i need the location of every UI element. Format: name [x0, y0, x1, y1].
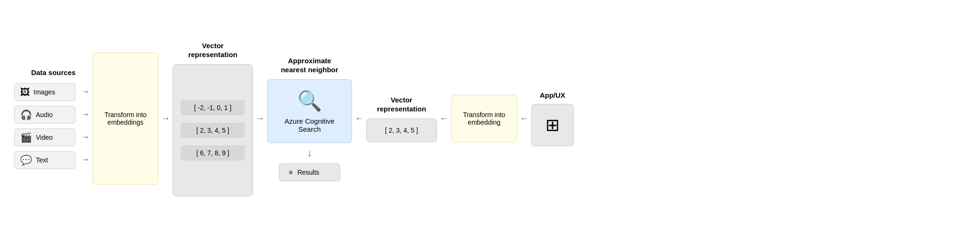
transform-embeddings-label: Transform intoembeddings: [104, 111, 147, 126]
images-icon: 🖼: [20, 87, 30, 97]
azure-label: Azure CognitiveSearch: [285, 117, 335, 133]
appux-section: App/UX ⊞: [531, 91, 574, 146]
source-row-text: 💬 Text →: [14, 151, 92, 169]
source-item-audio: 🎧 Audio: [14, 106, 75, 124]
vector-rep-left-header: Vectorrepresentation: [188, 41, 237, 59]
arrow-video: →: [78, 132, 92, 142]
source-row-audio: 🎧 Audio →: [14, 106, 92, 124]
source-label-video: Video: [36, 134, 53, 141]
arrow-images: →: [78, 87, 92, 97]
vector-row-1: [ 2, 3, 4, 5 ]: [181, 123, 245, 138]
vector-row-0: [ -2, -1, 0, 1 ]: [181, 100, 245, 115]
transform-embedding-right-box: Transform intoembedding: [451, 95, 517, 142]
vector-rep-right-value: [ 2, 3, 4, 5 ]: [385, 127, 418, 134]
appux-header: App/UX: [540, 91, 565, 100]
arrow-from-transform2: ←: [437, 114, 451, 124]
datasources-title: Data sources: [31, 68, 75, 76]
transform-embeddings-box: Transform intoembeddings: [92, 52, 159, 185]
source-row-images: 🖼 Images →: [14, 83, 92, 101]
source-label-text: Text: [36, 156, 48, 164]
azure-box: 🔍 Azure CognitiveSearch: [267, 79, 352, 143]
arrow-text: →: [78, 155, 92, 165]
results-box: ≡ Results: [279, 163, 340, 181]
datasources-list: 🖼 Images → 🎧 Audio → 🎬 Video →: [14, 83, 92, 169]
vector-rep-left-box: [ -2, -1, 0, 1 ] [ 2, 3, 4, 5 ] [ 6, 7, …: [173, 64, 253, 196]
appux-box: ⊞: [531, 104, 574, 146]
down-arrow-results: ↓: [307, 148, 312, 159]
vector-row-2: [ 6, 7, 8, 9 ]: [181, 145, 245, 161]
audio-icon: 🎧: [20, 110, 32, 119]
datasources-section: Data sources 🖼 Images → 🎧 Audio → 🎬: [14, 68, 92, 169]
appux-icon: ⊞: [545, 115, 560, 135]
text-icon: 💬: [20, 155, 32, 165]
arrow-audio: →: [78, 110, 92, 119]
vector-rep-left-section: Vectorrepresentation [ -2, -1, 0, 1 ] [ …: [173, 41, 253, 196]
approx-section: Approximatenearest neighbor 🔍 Azure Cogn…: [267, 56, 352, 181]
video-icon: 🎬: [20, 133, 32, 142]
source-row-video: 🎬 Video →: [14, 128, 92, 146]
arrow-from-appux: ←: [517, 114, 531, 124]
source-item-video: 🎬 Video: [14, 128, 75, 146]
transform-embedding-right-label: Transform intoembedding: [463, 111, 505, 126]
arrow-after-transform: →: [159, 114, 173, 124]
approx-header: Approximatenearest neighbor: [281, 56, 338, 75]
azure-search-icon: 🔍: [297, 89, 322, 112]
results-icon: ≡: [289, 169, 293, 176]
arrow-from-azure-left: ←: [352, 114, 366, 124]
source-label-audio: Audio: [36, 111, 53, 118]
source-label-images: Images: [34, 88, 55, 96]
diagram-container: Data sources 🖼 Images → 🎧 Audio → 🎬: [0, 0, 980, 237]
source-item-text: 💬 Text: [14, 151, 75, 169]
results-label: Results: [297, 169, 319, 176]
vector-rep-right-header: Vectorrepresentation: [377, 95, 426, 114]
vector-rep-right-section: Vectorrepresentation [ 2, 3, 4, 5 ]: [366, 95, 437, 142]
vector-rep-right-box: [ 2, 3, 4, 5 ]: [366, 118, 437, 142]
arrow-to-azure: →: [253, 114, 267, 124]
source-item-images: 🖼 Images: [14, 83, 75, 101]
